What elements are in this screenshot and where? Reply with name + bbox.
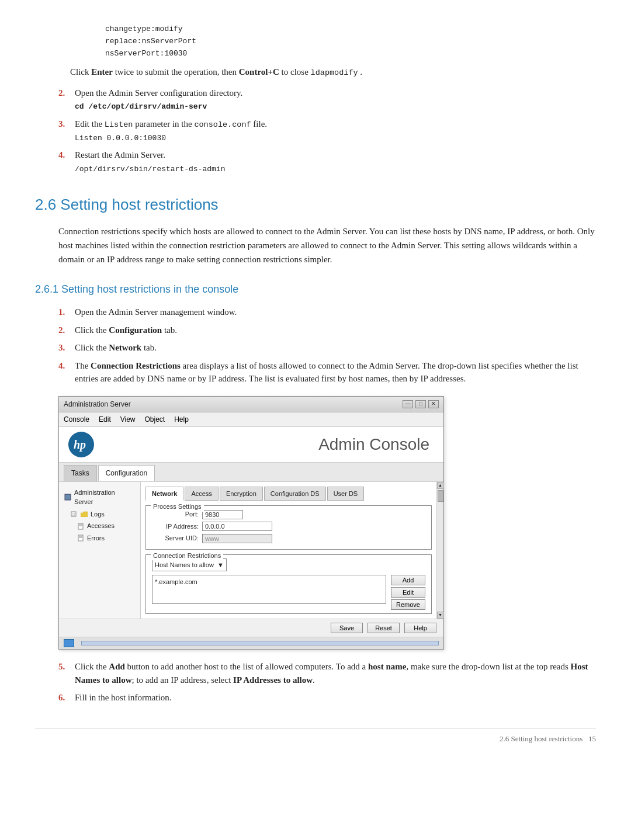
ip-field-row: IP Address: <box>152 522 425 532</box>
window-controls[interactable]: — □ ✕ <box>403 400 439 408</box>
remove-button[interactable]: Remove <box>391 599 425 610</box>
step-261-1: 1. Open the Admin Server management wind… <box>58 306 596 319</box>
sidebar-label-admin-server: Administration Server <box>74 488 136 507</box>
save-button[interactable]: Save <box>331 623 363 633</box>
window-sidebar: Administration Server □ Logs Accesses <box>59 482 141 619</box>
menu-console[interactable]: Console <box>64 414 89 425</box>
sidebar-item-accesses[interactable]: Accesses <box>61 520 138 532</box>
step-2-text: Open the Admin Server configuration dire… <box>75 88 242 98</box>
server-uid-input[interactable] <box>202 534 272 543</box>
tab-tasks[interactable]: Tasks <box>64 465 97 481</box>
window-footer: Save Reset Help <box>59 619 443 637</box>
host-list[interactable]: *.example.com <box>152 575 386 604</box>
sidebar-label-logs: Logs <box>91 509 105 519</box>
svg-text:□: □ <box>72 512 75 517</box>
intro-bold-enter: Enter <box>91 67 113 77</box>
step-3-text: Edit the Listen parameter in the console… <box>75 119 267 129</box>
menu-view[interactable]: View <box>120 414 136 425</box>
step-3-content: Edit the Listen parameter in the console… <box>75 117 596 144</box>
step-261-1-text: Open the Admin Server management window. <box>75 306 596 319</box>
errors-icon <box>77 534 85 542</box>
status-progress-bar <box>81 641 439 645</box>
help-button[interactable]: Help <box>404 623 436 633</box>
host-list-container: *.example.com <box>152 575 386 610</box>
intro-paragraph: Click Enter twice to submit the operatio… <box>70 65 596 79</box>
process-settings-fieldset: Process Settings Port: IP Address: Serve… <box>145 505 432 550</box>
step-2-code: cd /etc/opt/dirsrv/admin-serv <box>75 102 207 111</box>
inner-tab-access[interactable]: Access <box>185 487 218 501</box>
status-bar <box>59 637 443 649</box>
window-body: Administration Server □ Logs Accesses <box>59 482 443 619</box>
page-footer: 2.6 Setting host restrictions 15 <box>35 728 596 745</box>
main-content-panel: Network Access Encryption Configuration … <box>141 482 436 619</box>
close-button[interactable]: ✕ <box>428 400 439 408</box>
section-26-heading: 2.6 Setting host restrictions <box>35 193 596 216</box>
inner-tabs-row: Network Access Encryption Configuration … <box>145 487 432 501</box>
step-261-4: 4. The Connection Restrictions area disp… <box>58 359 596 386</box>
ip-input[interactable] <box>202 522 272 531</box>
window-title: Administration Server <box>64 399 131 409</box>
tab-configuration[interactable]: Configuration <box>98 465 155 481</box>
code-line-1: changetype:modify <box>105 25 183 33</box>
server-uid-label: Server UID: <box>152 533 199 543</box>
steps-top-list: 2. Open the Admin Server configuration d… <box>58 86 596 175</box>
ip-label: IP Address: <box>152 522 199 532</box>
section-26-body: Connection restrictions specify which ho… <box>58 224 596 266</box>
step-261-2: 2. Click the Configuration tab. <box>58 324 596 337</box>
status-icon <box>64 639 74 647</box>
port-input[interactable] <box>202 510 243 519</box>
dropdown-arrow-icon: ▼ <box>217 560 224 570</box>
dropdown-label: Host Names to allow <box>155 560 214 570</box>
scroll-down-button[interactable]: ▼ <box>437 612 444 619</box>
step-2-content: Open the Admin Server configuration dire… <box>75 86 596 113</box>
step-261-4-text: The Connection Restrictions area display… <box>75 359 596 386</box>
svg-text:hp: hp <box>74 438 86 452</box>
footer-section-ref: 2.6 Setting host restrictions <box>500 733 583 745</box>
edit-button[interactable]: Edit <box>391 587 425 598</box>
step-261-2-text: Click the Configuration tab. <box>75 324 596 337</box>
section-261-heading: 2.6.1 Setting host restrictions in the c… <box>35 282 596 297</box>
window-titlebar: Administration Server — □ ✕ <box>59 397 443 412</box>
inner-tab-userds[interactable]: User DS <box>327 487 365 501</box>
sidebar-item-admin-server[interactable]: Administration Server <box>61 487 138 508</box>
sidebar-item-logs[interactable]: □ Logs <box>61 508 138 520</box>
step-261-3: 3. Click the Network tab. <box>58 341 596 355</box>
intro-bold-controlc: Control+C <box>239 67 279 77</box>
connection-restrictions-fieldset: Connection Restrictions Host Names to al… <box>145 554 432 615</box>
window-header: hp Admin Console <box>59 427 443 463</box>
scrollbar[interactable]: ▲ ▼ <box>436 482 443 619</box>
step-6: 6. Fill in the host information. <box>58 691 596 704</box>
minimize-button[interactable]: — <box>403 400 413 408</box>
add-button[interactable]: Add <box>391 575 425 585</box>
add-edit-remove-buttons: Add Edit Remove <box>391 575 425 610</box>
sidebar-label-errors: Errors <box>87 533 105 543</box>
restore-button[interactable]: □ <box>415 400 426 408</box>
scroll-up-button[interactable]: ▲ <box>437 482 444 489</box>
intro-text-2: twice to submit the operation, then <box>115 67 239 77</box>
server-uid-row: Server UID: <box>152 533 425 543</box>
step-5-num: 5. <box>58 660 75 686</box>
step-6-num: 6. <box>58 691 75 704</box>
step-261-3-text: Click the Network tab. <box>75 341 596 355</box>
admin-console-title: Admin Console <box>106 432 434 457</box>
step-5-content: Click the Add button to add another host… <box>75 660 596 686</box>
scroll-thumb[interactable] <box>438 490 443 502</box>
intro-code-ldap: ldapmodify <box>311 68 358 77</box>
inner-tab-network[interactable]: Network <box>145 487 183 501</box>
step-5: 5. Click the Add button to add another h… <box>58 660 596 686</box>
menu-object[interactable]: Object <box>145 414 165 425</box>
step-2-num: 2. <box>58 86 75 113</box>
inner-tab-configds[interactable]: Configuration DS <box>264 487 326 501</box>
sidebar-item-errors[interactable]: Errors <box>61 532 138 544</box>
logs-expand-icon: □ <box>70 510 78 518</box>
footer-page-num: 15 <box>588 733 596 745</box>
step-4-num: 4. <box>58 148 75 175</box>
reset-button[interactable]: Reset <box>367 623 400 633</box>
step-2: 2. Open the Admin Server configuration d… <box>58 86 596 113</box>
menu-edit[interactable]: Edit <box>99 414 111 425</box>
menu-help[interactable]: Help <box>174 414 189 425</box>
step-261-2-num: 2. <box>58 324 75 337</box>
step-3: 3. Edit the Listen parameter in the cons… <box>58 117 596 144</box>
inner-tab-encryption[interactable]: Encryption <box>220 487 263 501</box>
step-4-code: /opt/dirsrv/sbin/restart-ds-admin <box>75 165 225 173</box>
